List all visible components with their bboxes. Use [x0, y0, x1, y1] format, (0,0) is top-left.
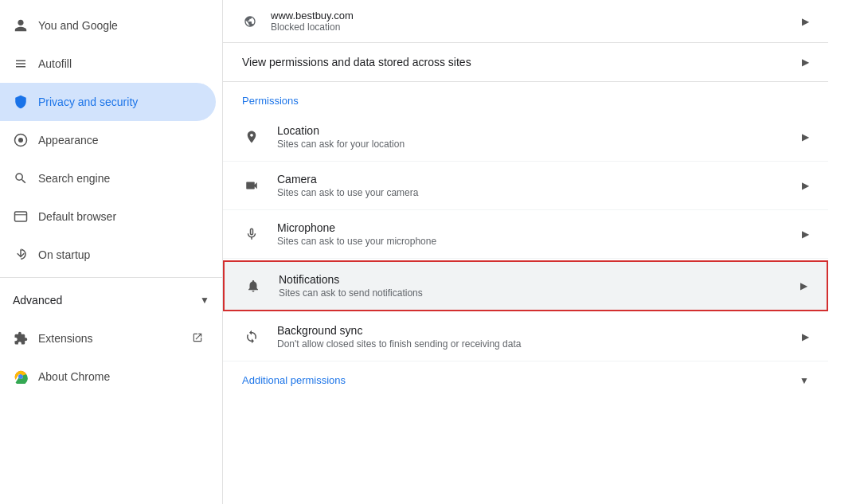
sidebar-item-privacy-and-security[interactable]: Privacy and security [0, 83, 216, 121]
additional-permissions-label: Additional permissions [242, 374, 799, 386]
microphone-info: Microphone Sites can ask to use your mic… [277, 221, 786, 247]
sidebar-label-search-engine: Search engine [38, 172, 110, 185]
startup-icon [13, 247, 29, 263]
sidebar-item-extensions[interactable]: Extensions [0, 319, 216, 357]
notifications-icon [244, 276, 263, 295]
permission-row-background-sync[interactable]: Background sync Don't allow closed sites… [223, 313, 828, 361]
background-sync-icon [242, 327, 261, 346]
microphone-icon [242, 225, 261, 244]
permission-row-notifications[interactable]: Notifications Sites can ask to send noti… [223, 260, 828, 311]
sidebar-label-appearance: Appearance [38, 134, 99, 147]
permission-row-microphone[interactable]: Microphone Sites can ask to use your mic… [223, 210, 828, 259]
sidebar-item-about-chrome[interactable]: About Chrome [0, 357, 216, 396]
view-permissions-row[interactable]: View permissions and data stored across … [223, 43, 828, 82]
sidebar: You and Google Autofill Privacy and secu… [0, 0, 223, 504]
sidebar-item-on-startup[interactable]: On startup [0, 236, 216, 274]
sidebar-label-you-and-google: You and Google [38, 19, 118, 32]
site-status: Blocked location [271, 21, 789, 33]
sidebar-item-search-engine[interactable]: Search engine [0, 159, 216, 197]
svg-point-4 [18, 374, 23, 379]
chrome-icon [13, 369, 29, 385]
background-sync-title: Background sync [277, 324, 786, 337]
location-icon [242, 127, 261, 147]
site-row-bestbuy[interactable]: www.bestbuy.com Blocked location ▶ [223, 0, 828, 43]
shield-icon [13, 94, 29, 110]
location-info: Location Sites can ask for your location [277, 124, 786, 150]
location-subtitle: Sites can ask for your location [277, 139, 786, 150]
notifications-title: Notifications [279, 273, 784, 286]
view-permissions-chevron-icon: ▶ [802, 57, 809, 68]
sidebar-label-default-browser: Default browser [38, 210, 116, 223]
sidebar-item-default-browser[interactable]: Default browser [0, 197, 216, 236]
location-title: Location [277, 124, 786, 137]
svg-point-1 [18, 138, 23, 143]
camera-chevron-icon: ▶ [802, 180, 809, 191]
sidebar-label-privacy-security: Privacy and security [38, 96, 138, 108]
sidebar-item-autofill[interactable]: Autofill [0, 45, 216, 83]
browser-icon [13, 209, 29, 225]
camera-icon [242, 176, 261, 195]
camera-info: Camera Sites can ask to use your camera [277, 173, 786, 198]
additional-permissions-header[interactable]: Additional permissions ▼ [223, 361, 828, 393]
camera-subtitle: Sites can ask to use your camera [277, 187, 786, 198]
background-sync-chevron-icon: ▶ [802, 331, 809, 342]
main-content: www.bestbuy.com Blocked location ▶ View … [223, 0, 860, 504]
sidebar-item-you-and-google[interactable]: You and Google [0, 6, 216, 45]
sidebar-label-about-chrome: About Chrome [38, 370, 110, 383]
additional-permissions-chevron-icon: ▼ [799, 375, 809, 386]
view-permissions-label: View permissions and data stored across … [242, 56, 796, 68]
site-row-chevron-icon: ▶ [802, 16, 809, 27]
location-chevron-icon: ▶ [802, 131, 809, 143]
microphone-title: Microphone [277, 221, 786, 234]
notifications-chevron-icon: ▶ [800, 280, 807, 291]
content-area: www.bestbuy.com Blocked location ▶ View … [223, 0, 828, 393]
search-icon [13, 170, 29, 186]
advanced-label: Advanced [13, 294, 190, 307]
svg-rect-2 [15, 212, 27, 221]
background-sync-info: Background sync Don't allow closed sites… [277, 324, 786, 350]
microphone-chevron-icon: ▶ [802, 229, 809, 240]
extensions-icon [13, 330, 29, 346]
site-info: www.bestbuy.com Blocked location [271, 10, 789, 33]
autofill-icon [13, 56, 29, 72]
sidebar-item-appearance[interactable]: Appearance [0, 121, 216, 159]
chevron-down-icon: ▼ [200, 295, 209, 306]
notifications-subtitle: Sites can ask to send notifications [279, 287, 784, 299]
microphone-subtitle: Sites can ask to use your microphone [277, 236, 786, 247]
site-favicon-icon [242, 14, 258, 29]
permission-row-camera[interactable]: Camera Sites can ask to use your camera … [223, 162, 828, 210]
notifications-info: Notifications Sites can ask to send noti… [279, 273, 784, 299]
permission-row-location[interactable]: Location Sites can ask for your location… [223, 113, 828, 162]
site-url: www.bestbuy.com [271, 10, 789, 21]
sidebar-label-autofill: Autofill [38, 57, 72, 70]
extensions-label: Extensions [38, 332, 182, 345]
permissions-label: Permissions [242, 95, 299, 107]
sidebar-advanced[interactable]: Advanced ▼ [0, 281, 222, 319]
sidebar-label-on-startup: On startup [38, 248, 90, 261]
background-sync-subtitle: Don't allow closed sites to finish sendi… [277, 338, 786, 350]
permissions-section-header: Permissions [223, 82, 828, 113]
sidebar-divider [0, 277, 222, 278]
external-link-icon [192, 332, 203, 346]
appearance-icon [13, 132, 29, 148]
camera-title: Camera [277, 173, 786, 186]
person-icon [13, 18, 29, 33]
